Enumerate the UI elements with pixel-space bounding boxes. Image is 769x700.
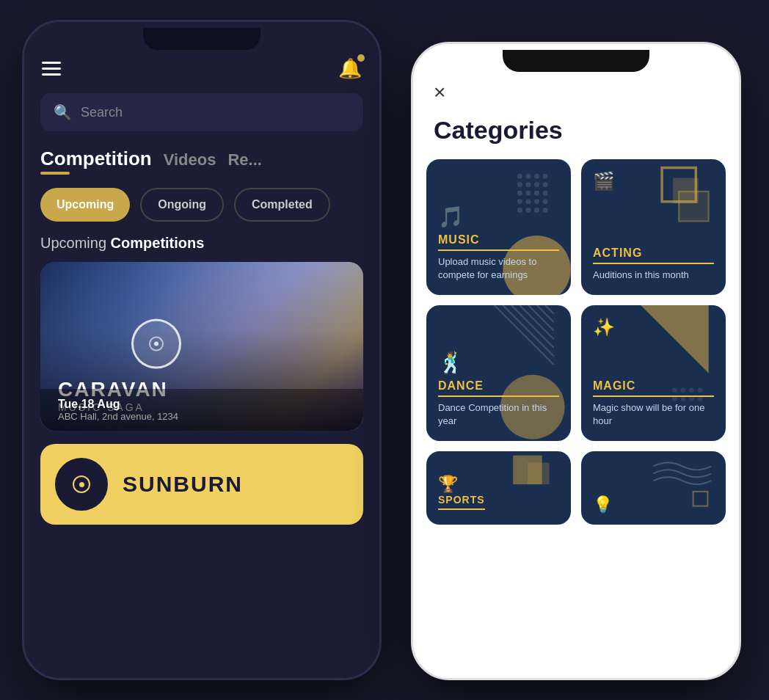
svg-point-9 xyxy=(526,191,531,196)
svg-point-37 xyxy=(672,396,677,401)
bell-icon[interactable]: 🔔 xyxy=(338,57,362,80)
magic-title: MAGIC xyxy=(593,379,714,397)
tabs-section: Competition Videos Re... xyxy=(24,140,379,175)
tab-videos[interactable]: Videos xyxy=(164,150,216,174)
music-desc: Upload music videos to compete for earni… xyxy=(438,255,559,282)
svg-point-0 xyxy=(517,174,522,179)
phone-right: × Categories xyxy=(411,42,741,680)
magic-icon: ✨ xyxy=(593,317,615,338)
phone-left: 🔔 🔍 Search Competition Videos Re... Upco… xyxy=(22,20,382,680)
hamburger-menu[interactable] xyxy=(42,62,61,76)
music-title: MUSIC xyxy=(438,233,559,251)
svg-point-8 xyxy=(517,191,522,196)
svg-point-3 xyxy=(543,174,548,179)
categories-title: Categories xyxy=(413,116,739,159)
ideas-icon: 💡 xyxy=(593,495,613,514)
svg-point-6 xyxy=(534,182,539,187)
filter-row: Upcoming Ongoing Completed xyxy=(24,175,379,232)
svg-point-11 xyxy=(543,191,548,196)
svg-rect-42 xyxy=(528,463,550,485)
acting-title: ACTING xyxy=(593,247,714,264)
magic-desc: Magic show will be for one hour xyxy=(593,401,714,428)
music-icon: 🎵 xyxy=(438,205,559,229)
svg-line-29 xyxy=(537,305,554,322)
card1-date: Tue,18 Aug xyxy=(58,398,346,411)
category-music[interactable]: 🎵 MUSIC Upload music videos to compete f… xyxy=(426,159,571,295)
close-button[interactable]: × xyxy=(434,81,445,104)
dance-title: DANCE xyxy=(438,379,559,397)
category-sports[interactable]: 🏆 SPORTS xyxy=(426,451,571,525)
svg-marker-32 xyxy=(641,305,709,373)
tab-competition[interactable]: Competition xyxy=(40,147,152,175)
svg-point-1 xyxy=(526,174,531,179)
competition-card-2[interactable]: SUNBURN xyxy=(40,444,363,525)
tabs-row: Competition Videos Re... xyxy=(40,147,363,175)
sports-icon: 🏆 xyxy=(438,475,485,494)
close-header: × xyxy=(413,72,739,116)
categories-grid: 🎵 MUSIC Upload music videos to compete f… xyxy=(413,159,739,441)
section-title: Upcoming Competitions xyxy=(24,232,379,262)
svg-rect-23 xyxy=(679,192,708,221)
search-placeholder: Search xyxy=(81,105,123,120)
svg-point-12 xyxy=(517,199,522,204)
svg-line-26 xyxy=(511,305,554,348)
svg-point-13 xyxy=(526,199,531,204)
notch-right xyxy=(503,50,649,72)
svg-point-39 xyxy=(689,396,694,401)
search-bar[interactable]: 🔍 Search xyxy=(40,93,363,131)
acting-desc: Auditions in this month xyxy=(593,269,714,282)
card1-venue: ABC Hall, 2nd avenue, 1234 xyxy=(58,411,346,422)
svg-point-15 xyxy=(543,199,548,204)
svg-rect-43 xyxy=(693,492,708,506)
sports-title: SPORTS xyxy=(438,494,485,510)
filter-upcoming[interactable]: Upcoming xyxy=(40,188,130,222)
svg-point-4 xyxy=(517,182,522,187)
svg-point-14 xyxy=(534,199,539,204)
svg-line-30 xyxy=(545,305,554,314)
dance-desc: Dance Competition in this year xyxy=(438,401,559,428)
svg-point-40 xyxy=(698,396,703,401)
category-dance[interactable]: 🕺 DANCE Dance Competition in this year xyxy=(426,305,571,441)
search-icon: 🔍 xyxy=(54,103,72,121)
card2-event-name: SUNBURN xyxy=(123,472,243,497)
svg-point-2 xyxy=(534,174,539,179)
bottom-categories-row: 🏆 SPORTS 💡 xyxy=(413,441,739,525)
card1-date-venue: Tue,18 Aug ABC Hall, 2nd avenue, 1234 xyxy=(40,389,363,431)
competition-card-1[interactable]: CARAVAN MUSIC SAGA Tue,18 Aug ABC Hall, … xyxy=(40,262,363,431)
svg-point-7 xyxy=(543,182,548,187)
svg-point-10 xyxy=(534,191,539,196)
filter-completed[interactable]: Completed xyxy=(234,188,330,222)
notch-left xyxy=(143,28,260,50)
filter-ongoing[interactable]: Ongoing xyxy=(140,188,224,222)
status-bar-left: 🔔 xyxy=(24,50,379,84)
svg-line-27 xyxy=(520,305,553,339)
category-magic[interactable]: ✨ MAGIC Magic show will be for one hour xyxy=(581,305,726,441)
category-acting[interactable]: 🎬 ACTING Auditions in this month xyxy=(581,159,726,295)
svg-point-38 xyxy=(681,396,686,401)
svg-point-5 xyxy=(526,182,531,187)
dance-icon: 🕺 xyxy=(438,351,559,375)
category-ideas[interactable]: 💡 xyxy=(581,451,726,525)
tab-re[interactable]: Re... xyxy=(227,150,261,174)
